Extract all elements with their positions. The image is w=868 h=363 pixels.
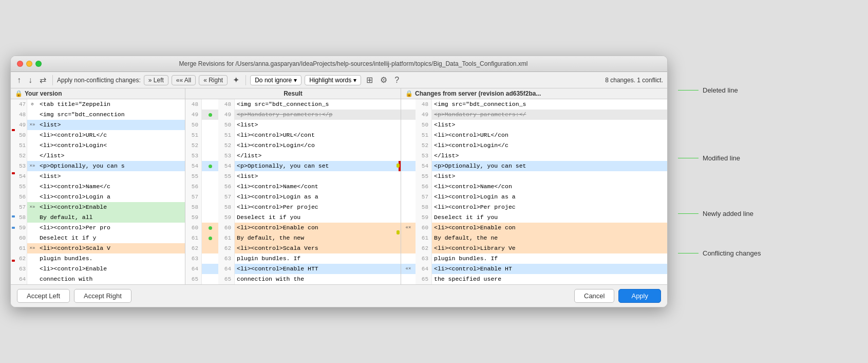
right-gutter [401, 212, 416, 223]
apply-right-button[interactable]: « Right [199, 75, 228, 85]
line-content: <tab title="Zeppelin [37, 99, 185, 110]
annotation: Newly added line [678, 210, 753, 217]
right-gutter [401, 110, 416, 120]
mid-line-row: 5050 <list> [185, 120, 401, 130]
mid-panel[interactable]: 4848 <img src="bdt_connection_s4949 <p>M… [185, 99, 401, 284]
right-line-row: 61 By default, the ne [401, 233, 667, 243]
left-line-row: 54 <list> [11, 171, 185, 182]
right-panel-content: 48 <img src="bdt_connection_s49 <p>Manda… [401, 99, 667, 284]
mid-line-content: <list> [235, 120, 401, 130]
annotation-line [678, 90, 699, 90]
right-gutter [401, 120, 416, 130]
right-line-number: 61 [218, 233, 235, 243]
magic-button[interactable]: ✦ [231, 74, 241, 86]
line-content: Deselect it if y [37, 233, 185, 243]
mid-gutter [202, 151, 218, 161]
main-window: Merge Revisions for /Users/anna.gasparya… [10, 56, 668, 307]
mid-gutter [202, 274, 218, 284]
line-gutter-icon [27, 253, 37, 264]
line-number: 62 [416, 243, 432, 253]
right-gutter: «× [401, 264, 416, 274]
line-gutter-icon [27, 192, 37, 202]
left-line-row: 61×» <li><control>Scala V [11, 243, 185, 253]
accept-left-button[interactable]: Accept Left [17, 289, 70, 303]
mid-line-content: <li><control>Login as a [235, 192, 401, 202]
left-line-number: 51 [185, 130, 202, 140]
mid-line-row: 6565 connection with the [185, 274, 401, 284]
grid-icon-button[interactable]: ⊞ [364, 74, 375, 86]
mid-line-content: connection with the [235, 274, 401, 284]
settings-button[interactable]: ⚙ [378, 74, 389, 86]
left-panel[interactable]: 47⊘ <tab title="Zeppelin48 <img src="bdt… [11, 99, 185, 284]
line-content: <li><control>Login a [37, 192, 185, 202]
right-line-row: 58 <li><control>Per projec [401, 202, 667, 212]
mid-gutter [202, 110, 218, 120]
left-line-number: 60 [185, 223, 202, 233]
right-panel[interactable]: 48 <img src="bdt_connection_s49 <p>Manda… [401, 99, 667, 284]
left-line-row: 63 <li><control>Enable [11, 264, 185, 274]
annotation-label: Deleted line [703, 86, 738, 94]
footer: Accept Left Accept Right Cancel Apply [11, 284, 667, 307]
mid-line-row: 5252 <li><control>Login</co [185, 140, 401, 151]
left-line-number: 63 [185, 253, 202, 264]
cancel-button[interactable]: Cancel [574, 289, 614, 303]
left-line-number: 52 [185, 140, 202, 151]
right-line-number: 49 [218, 110, 235, 120]
line-gutter-icon [27, 274, 37, 284]
line-number: 63 [416, 253, 432, 264]
annotation: Modified line [678, 154, 740, 162]
left-line-row: 59 <li><control>Per pro [11, 223, 185, 233]
right-gutter [401, 274, 416, 284]
changes-info: 8 changes. 1 conflict. [605, 77, 663, 84]
right-line-content: <li><control>Enable con [432, 223, 667, 233]
mid-line-row: 5454 <p>Optionally, you can set [185, 161, 401, 171]
titlebar: Merge Revisions for /Users/anna.gasparya… [11, 56, 667, 72]
annotation-line [678, 253, 699, 253]
left-line-row: 49×» <list> [11, 120, 185, 130]
right-line-number: 53 [218, 151, 235, 161]
apply-left-button[interactable]: » Left [144, 75, 168, 85]
mid-gutter [202, 233, 218, 243]
right-gutter: «× [401, 223, 416, 233]
left-line-number: 62 [185, 243, 202, 253]
line-number: 58 [416, 202, 432, 212]
navigate-down-button[interactable]: ↓ [26, 75, 34, 86]
mid-gutter [202, 120, 218, 130]
help-button[interactable]: ? [392, 75, 401, 86]
left-line-number: 65 [185, 274, 202, 284]
highlight-dropdown[interactable]: Highlight words ▾ [305, 75, 361, 85]
left-panel-header: 🔒 Your version [11, 88, 185, 99]
maximize-button[interactable] [35, 61, 42, 67]
right-line-content: <li><control>Login</c [432, 140, 667, 151]
mid-line-row: 5353 </list> [185, 151, 401, 161]
left-line-row: 58 By default, all [11, 212, 185, 223]
minimize-button[interactable] [26, 61, 32, 67]
accept-right-button[interactable]: Accept Right [74, 289, 131, 303]
sync-button[interactable]: ⇄ [37, 74, 48, 86]
navigate-up-button[interactable]: ↑ [15, 75, 23, 86]
right-line-row: 62 <li><control>Library Ve [401, 243, 667, 253]
close-button[interactable] [17, 61, 23, 67]
left-line-row: 50 <li><control>URL</c [11, 130, 185, 140]
left-line-number: 50 [185, 120, 202, 130]
mid-gutter [202, 130, 218, 140]
annotation-line [678, 213, 699, 214]
column-headers: 🔒 Your version Result 🔒 Changes from ser… [11, 88, 667, 99]
left-side-marks [12, 99, 17, 284]
apply-all-button[interactable]: «« All [172, 75, 196, 85]
green-dot-icon [209, 237, 212, 240]
left-line-number: 64 [185, 264, 202, 274]
left-line-number: 58 [185, 202, 202, 212]
mid-gutter [202, 171, 218, 182]
mid-panel-content: 4848 <img src="bdt_connection_s4949 <p>M… [185, 99, 401, 284]
right-line-content: <list> [432, 171, 667, 182]
lock-icon-right: 🔒 [405, 90, 413, 97]
left-line-row: 51 <li><control>Login< [11, 140, 185, 151]
left-line-row: 48 <img src="bdt_connection [11, 110, 185, 120]
left-panel-content: 47⊘ <tab title="Zeppelin48 <img src="bdt… [11, 99, 185, 284]
line-content: <li><control>Scala V [37, 243, 185, 253]
ignore-dropdown[interactable]: Do not ignore ▾ [250, 75, 301, 85]
right-line-content: Deselect it if you [432, 212, 667, 223]
apply-button[interactable]: Apply [618, 289, 661, 303]
line-number: 54 [416, 161, 432, 171]
